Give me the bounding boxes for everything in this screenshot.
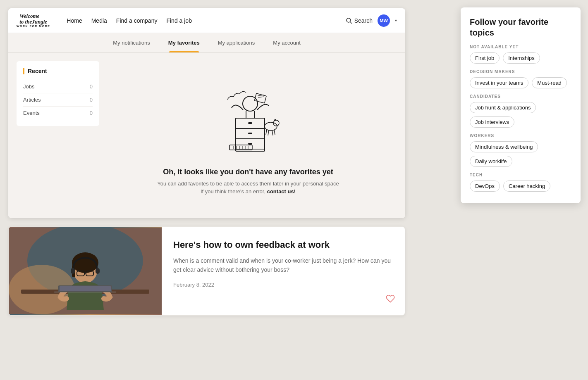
svg-line-18 bbox=[274, 130, 275, 135]
tag-must-read[interactable]: Must-read bbox=[532, 77, 567, 88]
nav-home[interactable]: Home bbox=[67, 17, 82, 24]
tag-first-job[interactable]: First job bbox=[470, 52, 500, 64]
empty-desc1: You can add favorites to be able to acce… bbox=[157, 180, 339, 187]
nav-find-company[interactable]: Find a company bbox=[116, 17, 158, 24]
svg-rect-8 bbox=[248, 143, 252, 145]
sub-nav: My notifications My favorites My applica… bbox=[8, 33, 405, 53]
svg-line-15 bbox=[266, 130, 267, 135]
sidebar-row-events[interactable]: Events 0 bbox=[23, 107, 93, 119]
article-date: February 8, 2022 bbox=[173, 282, 214, 288]
svg-point-9 bbox=[243, 96, 258, 111]
svg-point-13 bbox=[265, 122, 277, 131]
article-desc: When is a comment valid and when is your… bbox=[173, 256, 393, 275]
follow-panel: Follow your favorite topics NOT AVAILABL… bbox=[461, 7, 581, 203]
tag-job-interviews[interactable]: Job interviews bbox=[470, 116, 514, 128]
main-card: Welcome to theJungle WORK FOR MORE Home … bbox=[8, 8, 405, 218]
tab-my-applications[interactable]: My applications bbox=[209, 33, 264, 52]
avatar[interactable]: MW bbox=[378, 14, 390, 27]
section-label-decision-makers: DECISION MAKERS bbox=[470, 69, 571, 74]
nav-find-job[interactable]: Find a job bbox=[166, 17, 191, 24]
empty-desc2: If you think there's an error, contact u… bbox=[201, 188, 296, 195]
sidebar-count-articles: 0 bbox=[90, 97, 93, 103]
tag-devops[interactable]: DevOps bbox=[470, 180, 500, 192]
sidebar-label-events: Events bbox=[23, 110, 40, 116]
empty-title: Oh, it looks like you don't have any fav… bbox=[163, 168, 333, 176]
sidebar-label-articles: Articles bbox=[23, 97, 41, 103]
section-label-not-available: NOT AVAILABLE YET bbox=[470, 45, 571, 49]
logo-text: Welcome to theJungle bbox=[19, 13, 47, 24]
nav-links: Home Media Find a company Find a job bbox=[67, 17, 333, 24]
svg-point-31 bbox=[72, 252, 98, 273]
topic-tags-tech: DevOps Career hacking bbox=[470, 180, 571, 192]
svg-rect-36 bbox=[71, 268, 75, 274]
svg-rect-37 bbox=[96, 268, 100, 274]
search-icon bbox=[346, 17, 352, 24]
section-label-tech: TECH bbox=[470, 173, 571, 177]
tag-daily-worklife[interactable]: Daily worklife bbox=[470, 156, 512, 167]
sidebar-count-jobs: 0 bbox=[90, 83, 93, 90]
svg-line-16 bbox=[268, 131, 269, 135]
top-nav: Welcome to theJungle WORK FOR MORE Home … bbox=[8, 8, 405, 33]
tab-my-favorites[interactable]: My favorites bbox=[159, 33, 209, 52]
logo[interactable]: Welcome to theJungle WORK FOR MORE bbox=[17, 13, 50, 27]
svg-point-0 bbox=[347, 18, 351, 22]
sidebar: Recent Jobs 0 Articles 0 Events 0 bbox=[17, 61, 99, 126]
sidebar-label-jobs: Jobs bbox=[23, 83, 34, 90]
search-button[interactable]: Search bbox=[346, 17, 373, 24]
nav-media[interactable]: Media bbox=[91, 17, 107, 24]
heart-icon bbox=[386, 294, 395, 303]
tag-mindfulness[interactable]: Mindfulness & wellbeing bbox=[470, 141, 538, 152]
svg-line-12 bbox=[258, 97, 264, 97]
favorite-button[interactable] bbox=[386, 294, 395, 305]
tag-invest-in-teams[interactable]: Invest in your teams bbox=[470, 77, 528, 88]
contact-link[interactable]: contact us! bbox=[267, 188, 296, 195]
section-label-workers: WORKERS bbox=[470, 133, 571, 138]
sidebar-title: Recent bbox=[23, 68, 93, 74]
sidebar-row-jobs[interactable]: Jobs 0 bbox=[23, 80, 93, 93]
svg-rect-6 bbox=[248, 122, 252, 124]
topic-tags-candidates: Job hunt & applications Job interviews bbox=[470, 102, 571, 128]
sidebar-row-articles[interactable]: Articles 0 bbox=[23, 93, 93, 107]
tag-job-hunt[interactable]: Job hunt & applications bbox=[470, 102, 536, 113]
chevron-down-icon[interactable]: ▾ bbox=[395, 18, 397, 23]
topic-tags-decision-makers: Invest in your teams Must-read bbox=[470, 77, 571, 88]
tab-my-notifications[interactable]: My notifications bbox=[104, 33, 159, 52]
topic-tags-not-available: First job Internships bbox=[470, 52, 571, 64]
svg-rect-10 bbox=[254, 93, 266, 103]
tag-career-hacking[interactable]: Career hacking bbox=[503, 180, 550, 192]
article-card[interactable]: Here's how to own feedback at work When … bbox=[8, 226, 405, 316]
svg-line-11 bbox=[258, 95, 264, 96]
nav-right: Search MW ▾ bbox=[346, 14, 397, 27]
article-image bbox=[9, 227, 162, 315]
topic-tags-workers: Mindfulness & wellbeing Daily worklife bbox=[470, 141, 571, 167]
sidebar-count-events: 0 bbox=[90, 110, 93, 116]
tag-internships[interactable]: Internships bbox=[503, 52, 540, 64]
svg-line-17 bbox=[272, 131, 273, 135]
article-title: Here's how to own feedback at work bbox=[173, 239, 393, 251]
search-label: Search bbox=[354, 17, 373, 24]
empty-illustration bbox=[207, 77, 289, 159]
section-label-candidates: CANDIDATES bbox=[470, 94, 571, 99]
article-image-svg bbox=[9, 227, 162, 315]
svg-rect-7 bbox=[248, 133, 252, 134]
tab-my-account[interactable]: My account bbox=[264, 33, 309, 52]
article-content: Here's how to own feedback at work When … bbox=[162, 227, 405, 315]
follow-title: Follow your favorite topics bbox=[470, 17, 571, 38]
svg-rect-40 bbox=[60, 286, 111, 291]
logo-subtitle: WORK FOR MORE bbox=[17, 25, 50, 28]
content-area: Recent Jobs 0 Articles 0 Events 0 bbox=[8, 53, 405, 218]
svg-line-1 bbox=[350, 22, 352, 24]
empty-state: Oh, it looks like you don't have any fav… bbox=[99, 61, 397, 210]
